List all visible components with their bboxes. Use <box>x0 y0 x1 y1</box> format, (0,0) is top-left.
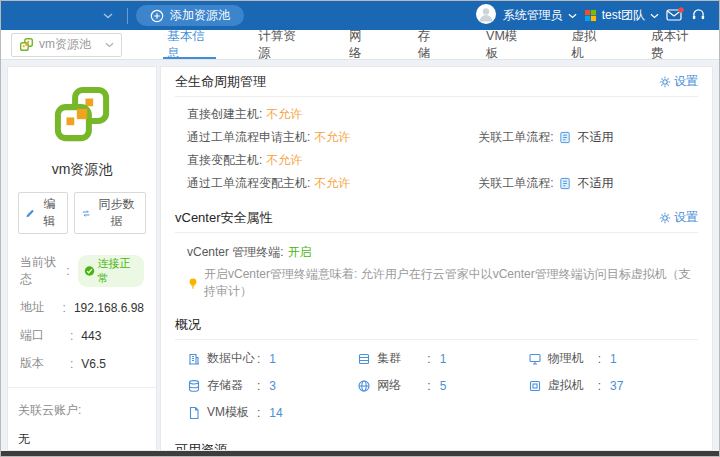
sync-icon <box>81 208 91 219</box>
vsphere-icon <box>19 37 34 52</box>
team-icon <box>584 9 597 22</box>
tab-compute[interactable]: 计算资源 <box>248 30 313 59</box>
avatar[interactable] <box>476 4 496 27</box>
colon: : <box>63 301 66 315</box>
colon: : <box>66 264 69 278</box>
tab-basic-info[interactable]: 基本信息 <box>157 30 222 59</box>
user-name: 系统管理员 <box>503 7 563 24</box>
sync-data-button[interactable]: 同步数据 <box>74 192 146 234</box>
file-icon <box>187 406 201 420</box>
colon: : <box>70 329 73 343</box>
status-text: 连接正常 <box>98 256 138 286</box>
row-value: 不允许 <box>314 175 350 192</box>
tab-network[interactable]: 网络 <box>339 30 381 59</box>
main-panel: 全生命周期管理 设置 直接创建主机: 不允许 通过工单流程申请主机: 不允许 关… <box>160 66 713 451</box>
sub-nav: vm资源池 基本信息 计算资源 网络 存储 VM模板 虚拟机 成本计费 <box>1 30 719 60</box>
tip-text: 开启vCenter管理终端意味着: 允许用户在行云管家中以vCenter管理终端… <box>204 266 698 300</box>
overview-title: 概况 <box>175 316 201 334</box>
app-window: 添加资源池 系统管理员 test团队 vm资源池 基本信息 <box>0 0 720 457</box>
pool-selector-value: vm资源池 <box>39 36 91 53</box>
colon: : <box>598 352 601 366</box>
mail-icon[interactable] <box>666 7 684 25</box>
settings-label: 设置 <box>674 209 698 226</box>
pool-title: vm资源池 <box>18 161 146 179</box>
topbar-left: 添加资源池 <box>1 5 476 26</box>
workflow-value: 不适用 <box>578 129 614 146</box>
tab-vm-template[interactable]: VM模板 <box>476 30 535 59</box>
check-circle-icon <box>84 265 95 277</box>
port-value: 443 <box>81 329 101 343</box>
cluster-icon <box>357 352 371 366</box>
page-content: vm资源池 编辑 同步数据 当前状态 : 连接正常 <box>1 60 719 451</box>
stat-label: 数据中心 <box>207 350 257 367</box>
stat-datacenter: 数据中心 : 1 <box>187 350 357 367</box>
stat-value: 37 <box>610 379 623 393</box>
port-row: 端口 : 443 <box>20 327 144 344</box>
stat-value: 1 <box>269 352 276 366</box>
colon: : <box>257 352 260 366</box>
workflow-value: 不适用 <box>578 175 614 192</box>
stat-value: 5 <box>440 379 447 393</box>
add-resource-pool-label: 添加资源池 <box>170 7 230 24</box>
topbar-divider <box>127 8 128 24</box>
colon: : <box>598 379 601 393</box>
address-label: 地址 <box>20 299 63 316</box>
lifecycle-row-right: 关联工单流程: 不适用 <box>478 172 698 195</box>
gear-icon <box>659 212 671 224</box>
stat-cluster: 集群 : 1 <box>357 350 527 367</box>
gear-icon <box>659 76 671 88</box>
top-bar: 添加资源池 系统管理员 test团队 <box>1 1 719 30</box>
stat-storage-device: 存储器 : 3 <box>187 377 357 394</box>
lifecycle-settings-link[interactable]: 设置 <box>659 73 698 90</box>
resources-title: 可用资源 <box>175 441 227 452</box>
row-label: 通过工单流程变配主机: <box>187 175 310 192</box>
add-resource-pool-button[interactable]: 添加资源池 <box>136 5 244 26</box>
lifecycle-section-header: 全生命周期管理 设置 <box>175 67 698 97</box>
chevron-down-icon <box>650 13 659 19</box>
edit-button[interactable]: 编辑 <box>18 192 68 234</box>
row-label: 直接变配主机: <box>187 152 262 169</box>
resources-section-header: 可用资源 <box>175 435 698 451</box>
colon: : <box>257 406 260 420</box>
version-label: 版本 <box>20 355 70 372</box>
team-menu[interactable]: test团队 <box>584 7 659 24</box>
nav-collapse-toggle[interactable] <box>97 13 119 19</box>
cloud-account-label: 关联云账户: <box>18 402 146 419</box>
pencil-icon <box>25 208 35 219</box>
topbar-right: 系统管理员 test团队 <box>476 4 719 27</box>
tab-storage[interactable]: 存储 <box>408 30 450 59</box>
pool-fields: 当前状态 : 连接正常 地址 : 192.168.6.98 端口 : 443 <box>18 234 146 383</box>
lifecycle-row-right-empty <box>478 149 698 172</box>
user-menu[interactable]: 系统管理员 <box>503 7 577 24</box>
workflow-doc-icon <box>559 177 572 190</box>
terminal-tip: 开启vCenter管理终端意味着: 允许用户在行云管家中以vCenter管理终端… <box>187 266 698 300</box>
stat-label: 存储器 <box>207 377 257 394</box>
bulb-icon <box>187 277 199 290</box>
stat-label: VM模板 <box>207 404 257 421</box>
security-section-header: vCenter安全属性 设置 <box>175 203 698 233</box>
version-row: 版本 : V6.5 <box>20 355 144 372</box>
lifecycle-title: 全生命周期管理 <box>175 73 266 91</box>
status-row: 当前状态 : 连接正常 <box>20 254 144 288</box>
lifecycle-row: 直接创建主机: 不允许 <box>187 103 478 126</box>
globe-icon <box>357 379 371 393</box>
tab-cost[interactable]: 成本计费 <box>641 30 706 59</box>
overview-stats: 数据中心 : 1 集群 : 1 物理机 : 1 <box>175 340 698 435</box>
status-label: 当前状态 <box>20 254 66 288</box>
database-icon <box>187 379 201 393</box>
pool-selector-dropdown[interactable]: vm资源池 <box>11 33 122 57</box>
settings-label: 设置 <box>674 73 698 90</box>
window-bottom-edge <box>1 451 719 456</box>
colon: : <box>427 352 430 366</box>
chevron-down-icon <box>568 13 577 19</box>
security-settings-link[interactable]: 设置 <box>659 209 698 226</box>
address-row: 地址 : 192.168.6.98 <box>20 299 144 316</box>
lifecycle-row: 通过工单流程变配主机: 不允许 <box>187 172 478 195</box>
stat-value: 1 <box>610 352 617 366</box>
tab-vm[interactable]: 虚拟机 <box>561 30 615 59</box>
headset-icon[interactable] <box>691 7 706 25</box>
row-value: 不允许 <box>266 152 302 169</box>
version-value: V6.5 <box>81 357 106 371</box>
security-title: vCenter安全属性 <box>175 209 273 227</box>
stat-label: 物理机 <box>548 350 598 367</box>
